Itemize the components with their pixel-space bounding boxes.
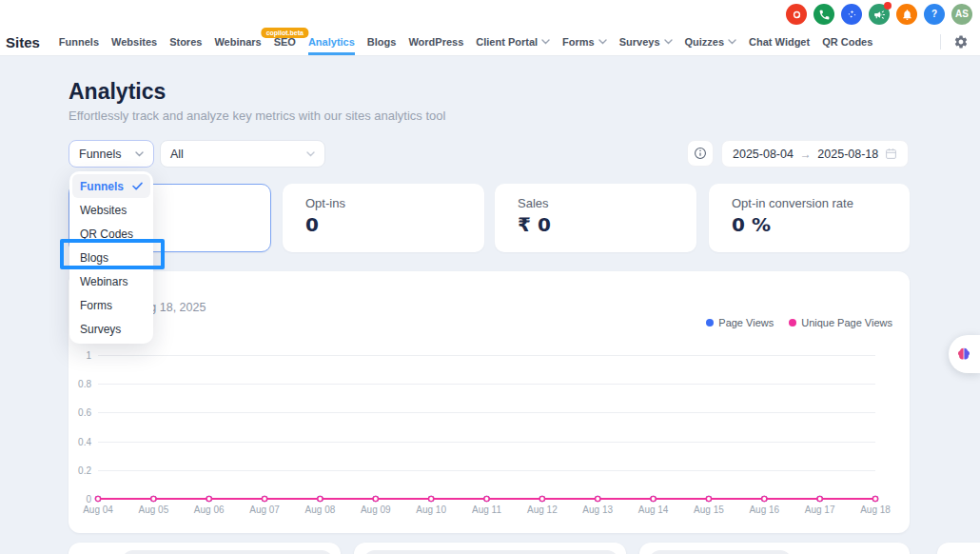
legend-label: Unique Page Views — [801, 317, 892, 328]
main-navbar: Sites FunnelsWebsitesStoresWebinarsSEOco… — [0, 29, 980, 56]
megaphone-icon[interactable] — [869, 4, 890, 25]
nav-item-chat-widget[interactable]: Chat Widget — [749, 29, 810, 55]
info-button[interactable] — [687, 140, 714, 167]
y-axis-tick: 0.4 — [69, 436, 91, 446]
legend-label: Page Views — [718, 317, 774, 328]
nav-item-quizzes[interactable]: Quizzes — [685, 29, 737, 55]
data-point-unique-page-views[interactable] — [651, 496, 656, 501]
nav-item-analytics[interactable]: Analytics — [308, 29, 355, 55]
data-point-unique-page-views[interactable] — [206, 496, 211, 501]
menu-item-blogs[interactable]: Blogs — [72, 246, 150, 269]
bottom-card — [937, 543, 980, 554]
nav-item-wordpress[interactable]: WordPress — [408, 29, 463, 55]
data-point-unique-page-views[interactable] — [872, 496, 877, 501]
nav-item-label: Blogs — [367, 36, 397, 48]
brand-sites[interactable]: Sites — [6, 34, 40, 50]
ai-assistant-tab[interactable] — [949, 335, 980, 373]
settings-gear-icon[interactable] — [953, 34, 969, 49]
nav-item-stores[interactable]: Stores — [169, 29, 202, 55]
data-point-unique-page-views[interactable] — [262, 496, 266, 501]
data-point-unique-page-views[interactable] — [539, 496, 544, 501]
data-point-unique-page-views[interactable] — [596, 496, 600, 501]
nav-item-label: QR Codes — [822, 36, 872, 48]
nav-item-funnels[interactable]: Funnels — [59, 29, 99, 55]
nav-right — [940, 34, 969, 49]
skeleton-block — [122, 550, 333, 554]
date-range-picker[interactable]: 2025-08-04 → 2025-08-18 — [721, 140, 909, 168]
menu-item-label: Blogs — [80, 251, 108, 265]
menu-item-funnels[interactable]: Funnels — [72, 174, 150, 198]
nav-item-label: Surveys — [619, 36, 660, 48]
record-icon[interactable] — [786, 4, 807, 25]
type-select-value: Funnels — [79, 148, 121, 161]
line-chart — [94, 346, 879, 508]
data-point-unique-page-views[interactable] — [484, 496, 489, 501]
stat-card-sales[interactable]: Sales₹ 0 — [495, 184, 696, 252]
data-point-unique-page-views[interactable] — [95, 496, 100, 501]
data-point-unique-page-views[interactable] — [373, 496, 378, 501]
item-select-dropdown[interactable]: All — [160, 140, 325, 168]
data-point-unique-page-views[interactable] — [429, 496, 434, 501]
top-icon-bar: ?AS — [0, 0, 980, 29]
nav-item-label: Websites — [111, 36, 157, 48]
menu-item-label: Websites — [80, 204, 127, 217]
stat-card-label: Opt-in conversion rate — [732, 196, 887, 210]
nav-item-forms[interactable]: Forms — [562, 29, 607, 55]
nav-item-surveys[interactable]: Surveys — [619, 29, 673, 55]
help-icon-label: ? — [931, 10, 937, 19]
nav-item-blogs[interactable]: Blogs — [367, 29, 397, 55]
y-axis-tick: 1 — [69, 350, 91, 361]
stat-card-label: Sales — [518, 196, 674, 210]
menu-item-surveys[interactable]: Surveys — [72, 317, 150, 341]
menu-item-webinars[interactable]: Webinars — [72, 269, 150, 293]
menu-item-forms[interactable]: Forms — [72, 293, 150, 317]
menu-item-label: QR Codes — [80, 228, 133, 241]
nav-item-qr-codes[interactable]: QR Codes — [822, 29, 872, 55]
confetti-icon[interactable] — [841, 4, 862, 25]
legend-dot — [706, 319, 714, 326]
chevron-down-icon — [598, 39, 607, 45]
legend-item-unique-page-views[interactable]: Unique Page Views — [789, 317, 892, 328]
item-select-value: All — [170, 148, 184, 161]
phone-icon[interactable] — [813, 4, 834, 25]
data-point-unique-page-views[interactable] — [706, 496, 711, 501]
avatar[interactable]: AS — [951, 4, 972, 25]
legend-item-page-views[interactable]: Page Views — [706, 317, 774, 328]
nav-item-label: Funnels — [59, 36, 99, 48]
check-icon — [132, 182, 143, 190]
menu-item-websites[interactable]: Websites — [72, 198, 150, 222]
stat-card-opt-in-conversion-rate[interactable]: Opt-in conversion rate0 % — [709, 184, 910, 252]
data-point-unique-page-views[interactable] — [318, 496, 323, 501]
menu-item-qr-codes[interactable]: QR Codes — [72, 222, 150, 246]
nav-item-webinars[interactable]: Webinars — [214, 29, 261, 55]
date-from: 2025-08-04 — [733, 148, 794, 161]
chevron-down-icon — [664, 39, 673, 45]
copilot-beta-badge: copilot.beta — [262, 28, 308, 38]
page-title: Analytics — [69, 79, 166, 105]
y-axis-tick: 0.8 — [69, 379, 91, 389]
nav-item-label: WordPress — [408, 36, 463, 48]
legend-dot — [789, 319, 796, 326]
nav-divider — [940, 34, 941, 49]
nav-items: FunnelsWebsitesStoresWebinarsSEOcopilot.… — [59, 29, 872, 55]
nav-item-websites[interactable]: Websites — [111, 29, 157, 55]
help-icon[interactable]: ? — [924, 4, 945, 25]
bottom-card — [639, 543, 910, 554]
data-point-unique-page-views[interactable] — [762, 496, 767, 501]
calendar-icon — [885, 148, 897, 160]
data-point-unique-page-views[interactable] — [817, 496, 822, 501]
menu-item-label: Surveys — [80, 323, 121, 336]
bell-icon[interactable] — [896, 4, 917, 25]
data-point-unique-page-views[interactable] — [151, 496, 156, 501]
nav-item-client-portal[interactable]: Client Portal — [476, 29, 550, 55]
bottom-card — [69, 543, 341, 554]
notification-dot — [884, 2, 892, 10]
chevron-down-icon — [541, 39, 550, 45]
type-select-dropdown[interactable]: Funnels — [69, 140, 154, 168]
nav-item-label: Webinars — [214, 36, 261, 48]
stat-card-opt-ins[interactable]: Opt-ins0 — [283, 184, 484, 252]
y-axis-tick: 0.2 — [69, 465, 91, 475]
type-dropdown-menu: FunnelsWebsitesQR CodesBlogsWebinarsForm… — [69, 171, 153, 344]
nav-item-seo[interactable]: SEOcopilot.beta — [274, 29, 296, 55]
y-axis-tick: 0 — [69, 494, 91, 505]
